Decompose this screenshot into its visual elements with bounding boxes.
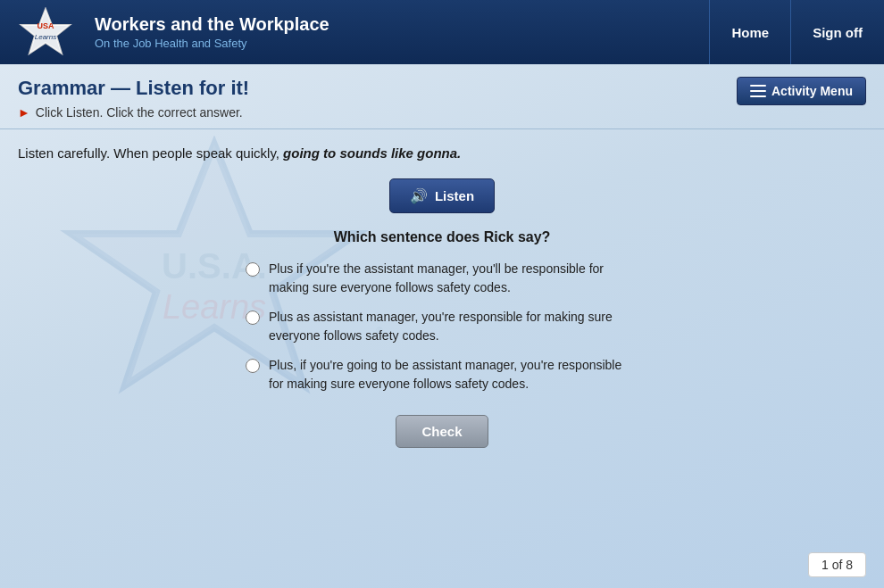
header-titles: Workers and the Workplace On the Job Hea… bbox=[95, 14, 329, 50]
option-label-3: Plus, if you're going to be assistant ma… bbox=[269, 356, 638, 393]
home-button[interactable]: Home bbox=[709, 0, 790, 64]
option-radio-1[interactable] bbox=[246, 262, 260, 277]
svg-text:USA: USA bbox=[37, 21, 54, 30]
option-radio-2[interactable] bbox=[246, 311, 260, 325]
option-item-2[interactable]: Plus as assistant manager, you're respon… bbox=[246, 308, 638, 345]
question-text: Which sentence does Rick say? bbox=[334, 229, 551, 245]
quiz-area: 🔊 Listen Which sentence does Rick say? P… bbox=[0, 170, 884, 448]
option-item-3[interactable]: Plus, if you're going to be assistant ma… bbox=[246, 356, 638, 393]
pagination-current: 1 bbox=[821, 558, 829, 572]
logo: USA Learns bbox=[9, 7, 82, 57]
instruction-text-part1: Listen carefully. When people speak quic… bbox=[18, 145, 283, 161]
listen-btn-label: Listen bbox=[435, 188, 474, 203]
option-radio-3[interactable] bbox=[246, 359, 260, 373]
signoff-button[interactable]: Sign off bbox=[790, 0, 884, 64]
header-left: USA Learns Workers and the Workplace On … bbox=[9, 7, 329, 57]
pagination-of: of bbox=[832, 558, 843, 572]
activity-menu-button[interactable]: Activity Menu bbox=[737, 77, 866, 105]
content-area: U.S.A. Learns ® Grammar — Listen for it!… bbox=[0, 64, 884, 588]
header: USA Learns Workers and the Workplace On … bbox=[0, 0, 884, 64]
option-label-1: Plus if you're the assistant manager, yo… bbox=[269, 260, 638, 297]
arrow-icon: ► bbox=[18, 105, 30, 120]
option-item-1[interactable]: Plus if you're the assistant manager, yo… bbox=[246, 260, 638, 297]
instruction-text-italic: going to sounds like gonna. bbox=[283, 145, 461, 161]
activity-menu-label: Activity Menu bbox=[771, 84, 853, 98]
listen-button[interactable]: 🔊 Listen bbox=[389, 178, 495, 213]
check-button[interactable]: Check bbox=[396, 415, 488, 448]
instruction-label: Click Listen. Click the correct answer. bbox=[36, 105, 243, 120]
app-subtitle: On the Job Health and Safety bbox=[95, 37, 329, 50]
app-title: Workers and the Workplace bbox=[95, 14, 329, 35]
menu-icon bbox=[750, 85, 766, 97]
speaker-icon: 🔊 bbox=[410, 187, 428, 204]
svg-text:Learns: Learns bbox=[35, 33, 56, 41]
top-section: Grammar — Listen for it! ► Click Listen.… bbox=[0, 64, 884, 129]
options-list: Plus if you're the assistant manager, yo… bbox=[246, 260, 638, 393]
header-nav: Home Sign off bbox=[709, 0, 884, 64]
instruction-text: Listen carefully. When people speak quic… bbox=[0, 129, 884, 170]
pagination: 1 of 8 bbox=[808, 552, 866, 577]
option-label-2: Plus as assistant manager, you're respon… bbox=[269, 308, 638, 345]
instruction-row: ► Click Listen. Click the correct answer… bbox=[18, 105, 866, 120]
pagination-total: 8 bbox=[846, 558, 853, 572]
